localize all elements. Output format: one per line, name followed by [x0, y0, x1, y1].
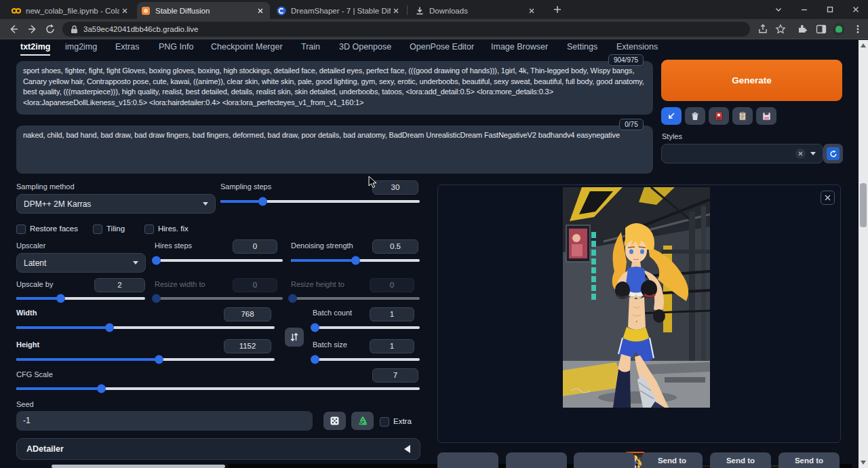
- denoising-input[interactable]: 0.5: [372, 239, 418, 254]
- tab-settings[interactable]: Settings: [567, 42, 597, 54]
- hires-fix-checkbox[interactable]: [144, 225, 154, 234]
- prompt-textarea[interactable]: sport shoes, fighter, fight, fight Glove…: [16, 61, 653, 115]
- browser-tab-dreamshaper[interactable]: DreamShaper - 7 | Stable Diffusio: [273, 2, 406, 19]
- slider-thumb[interactable]: [56, 294, 65, 303]
- batch-size-input[interactable]: 1: [370, 339, 414, 353]
- sampling-method-select[interactable]: DPM++ 2M Karras: [16, 194, 216, 214]
- close-tab-icon[interactable]: [119, 5, 130, 16]
- side-panel-icon[interactable]: [816, 24, 827, 35]
- reuse-seed-button[interactable]: [351, 412, 374, 430]
- slider-thumb[interactable]: [288, 294, 297, 303]
- close-tab-icon[interactable]: [526, 5, 537, 16]
- slider-thumb[interactable]: [155, 355, 163, 364]
- upscaler-select[interactable]: Latent: [16, 253, 146, 273]
- batch-count-slider[interactable]: [313, 326, 420, 329]
- tab-txt2img[interactable]: txt2img: [20, 42, 50, 56]
- adetailer-accordion[interactable]: ADetailer: [16, 438, 420, 460]
- address-bar[interactable]: 3a59ec42041dbb46cb.gradio.live: [62, 22, 750, 37]
- scroll-up-icon[interactable]: [861, 43, 866, 47]
- slider-thumb[interactable]: [311, 324, 319, 332]
- width-slider[interactable]: [16, 326, 275, 329]
- send-to-img2img-button[interactable]: Send to: [642, 452, 703, 468]
- slider-thumb[interactable]: [351, 256, 360, 265]
- tab-img2img[interactable]: img2img: [65, 42, 97, 54]
- extensions-puzzle-icon[interactable]: [797, 24, 808, 35]
- swap-dimensions-button[interactable]: [285, 328, 304, 347]
- menu-dots-icon[interactable]: [852, 24, 863, 35]
- slider-thumb[interactable]: [152, 256, 161, 265]
- clear-styles-icon[interactable]: [795, 149, 806, 159]
- tab-checkpoint-merger[interactable]: Checkpoint Merger: [211, 42, 283, 54]
- save-button[interactable]: [437, 452, 498, 468]
- styles-select[interactable]: [661, 144, 823, 163]
- reload-icon[interactable]: [45, 24, 56, 35]
- generate-button[interactable]: Generate: [661, 60, 842, 101]
- window-maximize-icon[interactable]: [826, 5, 834, 14]
- gallery-button-3[interactable]: [574, 452, 635, 468]
- browser-tab-colab[interactable]: new_colab_file.ipynb - Colaborat: [7, 2, 134, 19]
- browser-tab-downloads[interactable]: Downloads: [411, 2, 541, 19]
- page-scrollbar[interactable]: [859, 40, 868, 468]
- upscale-by-slider[interactable]: [16, 297, 145, 300]
- extra-seed-checkbox[interactable]: [380, 417, 389, 427]
- width-input[interactable]: 768: [224, 307, 271, 321]
- refresh-styles-button[interactable]: [823, 144, 843, 163]
- close-tab-icon[interactable]: [391, 5, 401, 16]
- resize-height-slider[interactable]: [291, 297, 420, 300]
- tab-extras[interactable]: Extras: [115, 42, 139, 54]
- browser-tab-stable-diffusion[interactable]: Stable Diffusion: [137, 2, 270, 19]
- batch-count-input[interactable]: 1: [370, 307, 414, 321]
- bookmark-star-icon[interactable]: [775, 24, 786, 35]
- tab-png-info[interactable]: PNG Info: [159, 42, 193, 54]
- resize-width-slider[interactable]: [155, 297, 283, 300]
- apply-styles-button[interactable]: [732, 107, 753, 125]
- resize-width-input[interactable]: 0: [233, 278, 277, 292]
- scroll-down-icon[interactable]: [861, 461, 866, 465]
- slider-thumb[interactable]: [311, 355, 319, 364]
- back-icon[interactable]: [8, 24, 19, 35]
- partial-scrollbar[interactable]: [52, 465, 225, 468]
- tab-train[interactable]: Train: [301, 42, 320, 54]
- window-minimize-icon[interactable]: [800, 5, 808, 14]
- slider-thumb[interactable]: [152, 294, 161, 303]
- slider-thumb[interactable]: [97, 385, 106, 393]
- close-tab-icon[interactable]: [255, 5, 266, 16]
- window-menu-chevron-icon[interactable]: [774, 5, 783, 14]
- tab-extensions[interactable]: Extensions: [616, 42, 658, 54]
- gallery-close-button[interactable]: [821, 191, 835, 205]
- tab-image-browser[interactable]: Image Browser: [491, 42, 548, 54]
- upscale-by-input[interactable]: 2: [94, 278, 145, 292]
- negative-prompt-textarea[interactable]: naked, child, bad hand, bad draw, bad dr…: [16, 125, 653, 174]
- extra-networks-button[interactable]: [709, 107, 729, 125]
- window-close-icon[interactable]: [852, 5, 860, 14]
- sampling-steps-slider[interactable]: [220, 200, 420, 203]
- hires-steps-slider[interactable]: [155, 259, 283, 262]
- cfg-scale-input[interactable]: 7: [372, 368, 418, 383]
- paste-generation-params-button[interactable]: [661, 107, 682, 125]
- restore-faces-checkbox[interactable]: [16, 225, 26, 234]
- share-icon[interactable]: [757, 24, 768, 35]
- height-slider[interactable]: [16, 358, 275, 361]
- send-to-extras-button[interactable]: Send to: [778, 452, 840, 468]
- scrollbar-thumb[interactable]: [860, 183, 867, 227]
- tab-3d-openpose[interactable]: 3D Openpose: [339, 42, 391, 54]
- resize-height-input[interactable]: 0: [370, 278, 414, 292]
- profile-avatar[interactable]: [833, 23, 845, 35]
- slider-thumb[interactable]: [258, 197, 267, 206]
- tiling-checkbox[interactable]: [93, 225, 102, 234]
- send-to-inpaint-button[interactable]: Send to: [710, 452, 771, 468]
- cfg-scale-slider[interactable]: [16, 387, 420, 390]
- batch-size-slider[interactable]: [313, 358, 420, 361]
- tab-openpose-editor[interactable]: OpenPose Editor: [410, 42, 474, 54]
- new-tab-button[interactable]: [552, 4, 563, 15]
- generated-image[interactable]: [563, 187, 710, 408]
- sampling-steps-input[interactable]: 30: [372, 180, 418, 195]
- zip-button[interactable]: [506, 452, 567, 468]
- clear-prompt-button[interactable]: [685, 107, 705, 125]
- save-style-button[interactable]: [756, 107, 776, 125]
- hires-steps-input[interactable]: 0: [233, 239, 277, 254]
- denoising-slider[interactable]: [291, 259, 420, 262]
- height-input[interactable]: 1152: [224, 339, 271, 353]
- seed-input[interactable]: -1: [16, 411, 313, 431]
- slider-thumb[interactable]: [105, 324, 114, 332]
